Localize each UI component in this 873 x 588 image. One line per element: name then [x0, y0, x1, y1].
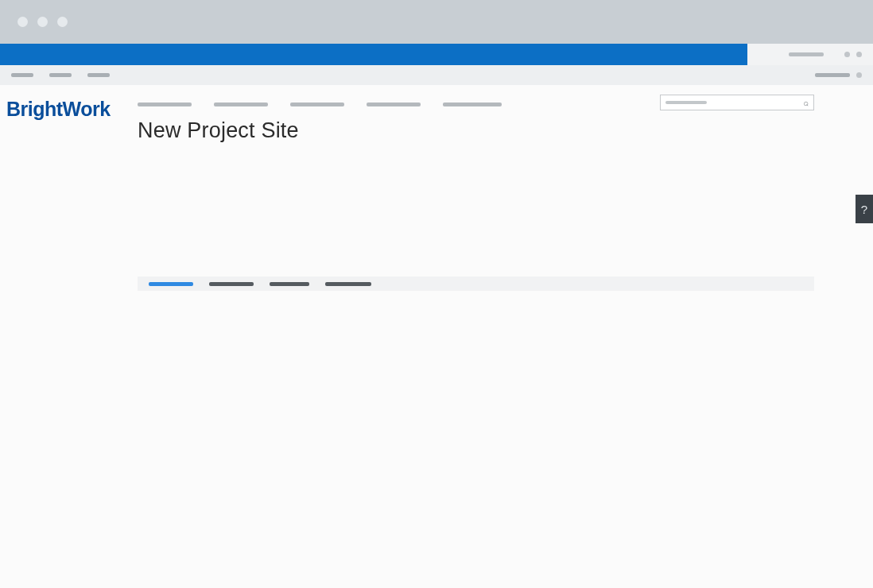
site-logo[interactable]: BrightWork [6, 98, 138, 121]
main-column: ⌕ New Project Site [138, 93, 873, 291]
content-tab-active[interactable] [149, 282, 193, 286]
suite-action-icon[interactable] [844, 52, 850, 57]
suite-link-placeholder[interactable] [789, 52, 824, 56]
ribbon-action-placeholder[interactable] [815, 73, 850, 77]
suite-action-icon[interactable] [856, 52, 862, 57]
window-control-dot[interactable] [57, 17, 68, 27]
top-nav-row: ⌕ [138, 93, 814, 112]
nav-link-placeholder[interactable] [214, 103, 268, 106]
content-tab[interactable] [325, 282, 371, 286]
nav-link-placeholder[interactable] [290, 103, 344, 106]
help-tab[interactable]: ? [856, 195, 873, 223]
ribbon-right-group [815, 72, 862, 78]
ribbon-bar [0, 65, 873, 85]
suite-bar-right [747, 44, 873, 65]
search-placeholder-text [665, 101, 707, 104]
page-title: New Project Site [138, 118, 814, 143]
browser-title-bar [0, 0, 873, 44]
window-control-dot[interactable] [17, 17, 28, 27]
search-icon[interactable]: ⌕ [803, 98, 809, 107]
ribbon-tab-placeholder[interactable] [87, 73, 110, 77]
ribbon-action-icon[interactable] [856, 72, 862, 78]
nav-link-placeholder[interactable] [138, 103, 192, 106]
content-tab[interactable] [209, 282, 254, 286]
suite-bar [0, 44, 747, 65]
ribbon-tab-placeholder[interactable] [49, 73, 72, 77]
content-area: BrightWork ⌕ New Project Site [0, 85, 873, 291]
top-nav-links [138, 99, 502, 106]
nav-link-placeholder[interactable] [443, 103, 502, 106]
logo-column: BrightWork [6, 93, 138, 291]
content-tabs-bar [138, 277, 814, 291]
window-control-dot[interactable] [37, 17, 48, 27]
ribbon-tab-placeholder[interactable] [11, 73, 33, 77]
suite-bar-row [0, 44, 873, 65]
search-input[interactable]: ⌕ [660, 95, 814, 110]
ribbon-left-group [11, 73, 110, 77]
nav-link-placeholder[interactable] [367, 103, 421, 106]
content-tab[interactable] [270, 282, 309, 286]
help-icon: ? [861, 203, 867, 216]
